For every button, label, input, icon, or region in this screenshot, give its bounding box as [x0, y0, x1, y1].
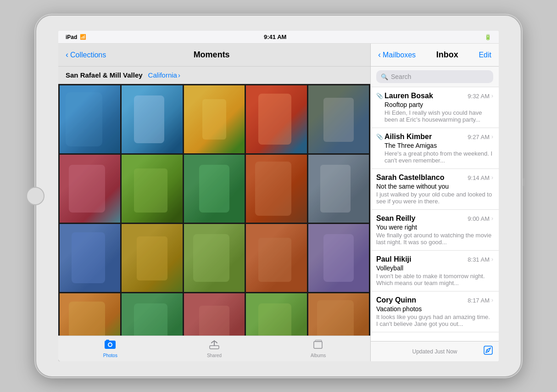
photos-tab-icon [104, 339, 116, 352]
mail-subject: Not the same without you [376, 183, 493, 190]
svg-rect-4 [210, 346, 219, 349]
mailboxes-back-button[interactable]: ‹ Mailboxes [378, 50, 416, 60]
mail-sender: Lauren Bosak [384, 92, 433, 100]
photo-cell[interactable] [60, 85, 120, 153]
mail-item[interactable]: Sean Reilly 9:00 AM › You were right We … [371, 210, 499, 251]
mail-item-header: Cory Quinn 8:17 AM › [376, 296, 493, 304]
home-button[interactable] [26, 187, 45, 205]
mail-preview: I won't be able to make it tomorrow nigh… [376, 273, 493, 286]
screen: iPad 📶 9:41 AM 🔋 ‹ Collections Moments [58, 31, 499, 361]
mail-item-header: Sean Reilly 9:00 AM › [376, 214, 493, 223]
photo-cell[interactable] [122, 293, 182, 336]
mail-subject: Rooftop party [384, 101, 493, 108]
photo-cell[interactable] [122, 224, 182, 292]
attachment-icon: 📎 [376, 134, 383, 140]
chevron-left-icon: ‹ [66, 50, 68, 60]
mail-item-header: Sarah Castelblanco 9:14 AM › [376, 174, 493, 182]
photo-cell[interactable] [122, 85, 182, 153]
mail-item[interactable]: Paul Hikiji 8:31 AM › Volleyball I won't… [371, 251, 499, 291]
mail-subject: You were right [376, 224, 493, 231]
albums-tab-icon [313, 339, 324, 352]
photos-nav: ‹ Collections Moments [58, 44, 370, 67]
photo-cell[interactable] [246, 85, 306, 153]
mail-time-area: 8:31 AM › [468, 256, 493, 263]
search-bar[interactable]: 🔍 Search [376, 70, 493, 83]
photo-cell[interactable] [122, 155, 182, 223]
photo-cell[interactable] [308, 155, 369, 223]
status-bar-right: 🔋 [464, 34, 491, 40]
mail-pane: ‹ Mailboxes Inbox Edit 🔍 Search [370, 44, 499, 361]
attachment-icon: 📎 [376, 93, 383, 99]
mail-time-area: 8:17 AM › [468, 297, 493, 304]
compose-button[interactable] [483, 345, 493, 358]
mail-time: 9:00 AM [468, 215, 490, 222]
status-bar: iPad 📶 9:41 AM 🔋 [58, 31, 499, 44]
photo-cell[interactable] [308, 293, 369, 336]
mail-subject: Vacation photos [376, 305, 493, 313]
svg-rect-6 [315, 340, 322, 342]
wifi-icon: 📶 [80, 34, 86, 40]
mail-preview: Here's a great photo from the weekend. I… [384, 150, 493, 164]
photos-grid-area [58, 84, 370, 336]
shared-tab-label: Shared [207, 353, 222, 358]
albums-tab-label: Albums [311, 353, 326, 358]
chevron-right-icon: › [491, 215, 493, 222]
ipad-frame: iPad 📶 9:41 AM 🔋 ‹ Collections Moments [35, 15, 522, 377]
chevron-right-icon: › [491, 134, 493, 140]
photo-cell[interactable] [184, 224, 245, 292]
mail-item[interactable]: Kelly Robinson 8:06 AM › Lost and found [371, 332, 499, 341]
search-placeholder: Search [391, 73, 411, 80]
tab-photos[interactable]: Photos [58, 339, 162, 358]
mail-nav: ‹ Mailboxes Inbox Edit [371, 44, 499, 67]
tab-shared[interactable]: Shared [162, 339, 267, 358]
svg-point-3 [109, 343, 111, 346]
chevron-left-icon: ‹ [378, 50, 381, 60]
mail-footer: Updated Just Now [371, 341, 499, 361]
photo-cell[interactable] [308, 85, 369, 153]
mail-item[interactable]: Cory Quinn 8:17 AM › Vacation photos It … [371, 291, 499, 332]
location-city: San Rafael & Mill Valley [66, 71, 143, 79]
chevron-right-icon: › [491, 256, 493, 263]
photos-back-label[interactable]: Collections [70, 51, 106, 59]
mail-sender: Sarah Castelblanco [376, 174, 445, 182]
mail-updated-text: Updated Just Now [412, 348, 457, 355]
photos-tab-bar: Photos Shared [58, 336, 370, 361]
mail-item[interactable]: 📎 Ailish Kimber 9:27 AM › The Three Amig… [371, 128, 499, 169]
mail-list: 📎 Lauren Bosak 9:32 AM › Rooftop party H… [371, 87, 499, 341]
mail-subject: Volleyball [376, 264, 493, 272]
mailboxes-label[interactable]: Mailboxes [383, 51, 416, 59]
mail-item[interactable]: 📎 Lauren Bosak 9:32 AM › Rooftop party H… [371, 87, 499, 128]
mail-sender: Paul Hikiji [376, 255, 411, 263]
photo-cell[interactable] [246, 293, 306, 336]
mail-time-area: 9:32 AM › [468, 93, 493, 100]
photo-cell[interactable] [246, 224, 306, 292]
chevron-right-icon: › [491, 174, 493, 181]
photo-cell[interactable] [308, 224, 369, 292]
photo-cell[interactable] [184, 293, 245, 336]
mail-item-header: Lauren Bosak 9:32 AM › [384, 92, 493, 100]
mail-time: 9:32 AM [468, 93, 490, 100]
photo-cell[interactable] [184, 155, 245, 223]
mail-preview: Hi Eden, I really wish you could have be… [384, 109, 493, 123]
photo-cell[interactable] [60, 293, 120, 336]
photo-cell[interactable] [60, 155, 120, 223]
mail-time: 9:14 AM [468, 174, 490, 181]
tab-albums[interactable]: Albums [266, 339, 370, 358]
photos-back-button[interactable]: ‹ Collections [66, 50, 106, 60]
mail-item[interactable]: Sarah Castelblanco 9:14 AM › Not the sam… [371, 169, 499, 210]
search-icon: 🔍 [381, 73, 388, 80]
mail-time-area: 9:00 AM › [468, 215, 493, 222]
chevron-right-icon: › [491, 297, 493, 303]
location-state: California › [148, 71, 180, 79]
mail-preview: I just walked by your old cube and looke… [376, 191, 493, 205]
photo-cell[interactable] [184, 85, 245, 153]
edit-button[interactable]: Edit [479, 51, 491, 59]
mail-item-header: Paul Hikiji 8:31 AM › [376, 255, 493, 263]
status-bar-time: 9:41 AM [264, 34, 286, 40]
svg-rect-1 [106, 340, 109, 341]
mail-subject: The Three Amigas [384, 142, 493, 149]
photo-cell[interactable] [246, 155, 306, 223]
photo-cell[interactable] [60, 224, 120, 292]
side-button[interactable] [523, 178, 525, 186]
photos-location-bar: San Rafael & Mill Valley California › [58, 67, 370, 84]
